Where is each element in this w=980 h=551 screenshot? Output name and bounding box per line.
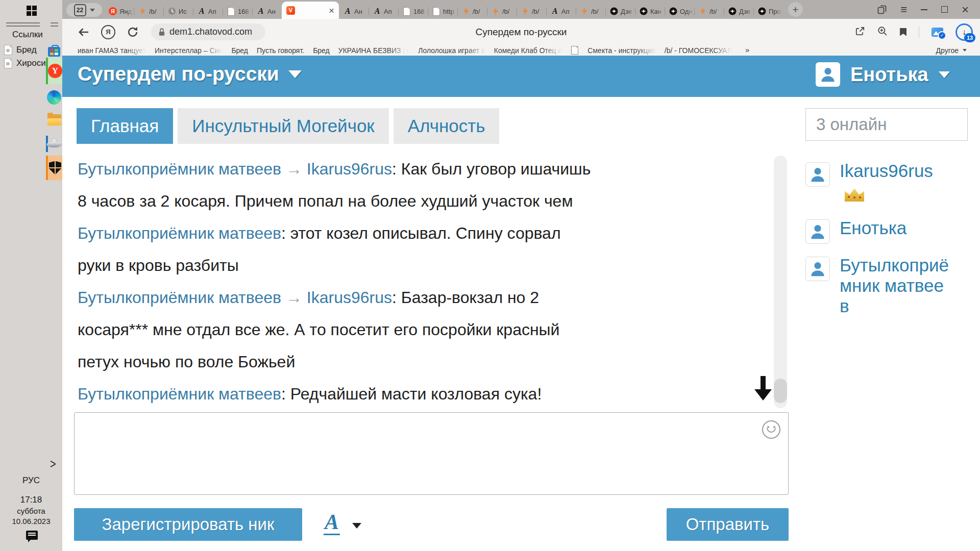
chat-room-title[interactable]: Супердем по-русски	[78, 63, 302, 85]
browser-tab[interactable]: /b/	[694, 4, 724, 19]
taskbar-app-ufo[interactable]	[46, 135, 62, 152]
tab-insultny-mogeychok[interactable]: Инсультный Могейчок	[178, 108, 388, 144]
browser-tab-active[interactable]: V×	[282, 2, 339, 19]
message-recipient[interactable]: Ikarus96rus	[307, 160, 392, 178]
bookmark-item[interactable]: Бесплатный секс вид	[741, 46, 741, 55]
toolbar-drag-handle[interactable]	[51, 22, 58, 27]
browser-tab[interactable]: AАп	[369, 4, 398, 19]
register-nick-button[interactable]: Зарегистрировать ник	[74, 508, 302, 541]
start-button[interactable]	[27, 6, 37, 16]
tab-title: /b/	[532, 8, 545, 15]
windows-taskbar: Ссылки Бред Хиросима Н Y > РУС	[0, 0, 62, 551]
user-row[interactable]: Бутылкоприёмник матвеев	[805, 257, 974, 316]
bookmark-item[interactable]: Бред	[313, 46, 330, 55]
bookmarks-overflow-chevron[interactable]: »	[745, 45, 749, 54]
browser-tab[interactable]: ЯЯнд	[104, 4, 134, 19]
bookmark-item[interactable]: Смекта - инструкция	[587, 46, 655, 55]
smiley-icon[interactable]	[762, 420, 780, 439]
toolbar-drag-handle[interactable]	[6, 22, 40, 27]
menu-icon[interactable]: ≡	[900, 0, 907, 19]
browser-tab[interactable]: Кан	[635, 4, 665, 19]
zoom-icon[interactable]	[877, 26, 888, 38]
send-button[interactable]: Отправить	[667, 508, 789, 541]
taskbar-app-edge[interactable]	[46, 90, 62, 105]
message-author[interactable]: Бутылкоприёмник матвеев	[78, 385, 281, 403]
taskbar-app-file-explorer[interactable]	[46, 113, 62, 127]
tab-close-icon[interactable]: ×	[329, 6, 334, 15]
browser-tab[interactable]: /b/	[487, 4, 517, 19]
browser-tab[interactable]: AАп	[193, 4, 223, 19]
font-format-button[interactable]: A	[324, 510, 340, 535]
browser-tab[interactable]: Одн	[665, 4, 694, 19]
tab-strip: 22 ЯЯнд/b/ИсAАп168AАнV×AАнAАп168http/b//…	[62, 0, 980, 19]
tab-alchnost[interactable]: Алчность	[394, 108, 500, 144]
bookmark-item[interactable]: Интерстеллар – Син	[155, 46, 223, 55]
user-row[interactable]: Ikarus96rus	[805, 162, 974, 219]
bookmark-item[interactable]: иван ГАМАЗ танцует	[78, 46, 146, 55]
bookmark-item[interactable]: Бред	[231, 46, 248, 55]
restore-button[interactable]	[941, 0, 948, 19]
browser-tab[interactable]: http	[428, 4, 457, 19]
browser-tab[interactable]: /b/	[457, 4, 487, 19]
bookmarks-bar: иван ГАМАЗ танцуетИнтерстеллар – СинБред…	[62, 45, 980, 56]
bookmarks-other-folder[interactable]: Другое	[936, 45, 967, 56]
share-icon[interactable]	[855, 26, 865, 38]
message-recipient[interactable]: Ikarus96rus	[307, 288, 392, 307]
tab-title: Кан	[650, 8, 664, 15]
font-dropdown-caret[interactable]	[352, 523, 361, 533]
new-tab-button[interactable]: +	[788, 2, 803, 17]
browser-tab[interactable]: Дзе	[605, 4, 635, 19]
bookmark-item[interactable]	[571, 46, 579, 55]
message-author[interactable]: Бутылкоприёмник матвеев	[78, 288, 281, 307]
user-row[interactable]: Енотька	[805, 219, 974, 257]
taskbar-app-defender[interactable]	[46, 156, 62, 180]
refresh-icon[interactable]	[127, 19, 139, 45]
taskbar-app-yandex-browser[interactable]: Y	[46, 58, 62, 84]
chevron-down-icon	[288, 70, 302, 85]
user-name[interactable]: Енотька	[840, 218, 951, 257]
browser-tab[interactable]: Ис	[163, 4, 193, 19]
current-user-menu[interactable]: Енотька	[816, 62, 950, 87]
tray-expand-chevron[interactable]: >	[50, 457, 56, 471]
tab-main[interactable]: Главная	[77, 108, 173, 144]
tab-title: /b/	[591, 8, 604, 15]
browser-tab[interactable]: /b/	[134, 4, 163, 19]
browser-tab[interactable]: /b/	[576, 4, 605, 19]
bookmark-item[interactable]: Лололошка играет в	[418, 46, 485, 55]
language-indicator[interactable]: РУС	[0, 475, 62, 486]
message-input[interactable]	[75, 413, 788, 494]
yandex-home-icon[interactable]: Я	[101, 19, 115, 45]
back-icon[interactable]	[78, 19, 90, 45]
downloads-icon[interactable]: ↓ 13	[955, 23, 973, 41]
browser-tab[interactable]: 168	[398, 4, 428, 19]
bookmark-item[interactable]: Пусть говорят.	[257, 46, 304, 55]
taskbar-app-store[interactable]	[46, 42, 62, 59]
collections-icon[interactable]: ✓	[932, 28, 943, 37]
current-user-name: Енотька	[850, 64, 928, 86]
message-author[interactable]: Бутылкоприёмник матвеев	[78, 160, 281, 178]
address-bar[interactable]: dem1.chatovod.com	[151, 23, 265, 40]
bookmark-item[interactable]: /b/ - ГОМОСЕКСУАЛ	[665, 46, 732, 55]
browser-tab[interactable]: 168	[223, 4, 252, 19]
taskbar-clock[interactable]: 17:18 суббота 10.06.2023	[0, 495, 62, 525]
browser-tab[interactable]: AАн	[252, 4, 282, 19]
notification-center-icon[interactable]	[26, 531, 38, 540]
avatar	[805, 257, 830, 281]
browser-tab[interactable]: /b/	[517, 4, 546, 19]
bookmark-flag-icon[interactable]	[900, 28, 906, 36]
user-name[interactable]: Бутылкоприёмник матвеев	[840, 255, 951, 316]
close-button[interactable]: ×	[962, 0, 969, 19]
message-author[interactable]: Бутылкоприёмник матвеев	[78, 224, 281, 242]
scroll-to-bottom-arrow[interactable]	[754, 376, 772, 403]
user-name[interactable]: Ikarus96rus	[840, 161, 951, 219]
bookmark-item[interactable]: Комеди Клаб Отец и	[494, 46, 562, 55]
browser-tab[interactable]: Про	[753, 4, 783, 19]
browser-tab[interactable]: AАн	[339, 4, 369, 19]
tab-counter[interactable]: 22	[66, 3, 102, 17]
tab-panels-icon[interactable]	[877, 0, 887, 19]
bookmark-item[interactable]: УКРАИНА БЕЗВИЗ : г	[338, 46, 410, 55]
browser-tab[interactable]: AАп	[546, 4, 576, 19]
scrollbar-thumb[interactable]	[774, 379, 787, 403]
minimize-button[interactable]	[921, 0, 927, 19]
browser-tab[interactable]: Дзе	[724, 4, 753, 19]
